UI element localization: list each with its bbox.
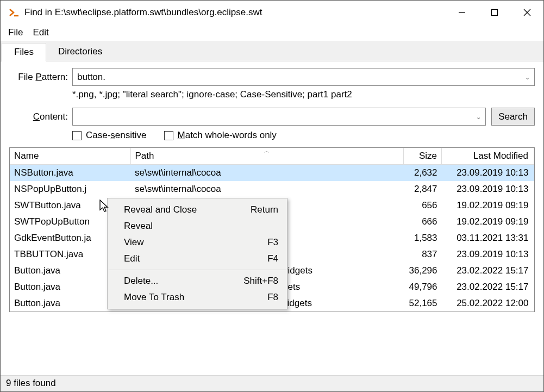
match-whole-words-checkbox[interactable]: Match whole-words only <box>164 130 277 141</box>
accel-text: F3 <box>267 237 278 248</box>
menu-move-to-trash[interactable]: Move To Trash F8 <box>108 289 287 306</box>
case-sensitive-label: Case-sensitive <box>86 130 147 141</box>
sort-indicator-icon: ︿ <box>264 147 270 155</box>
cell-path: se\swt\internal\cocoa <box>130 181 404 197</box>
tab-strip: Files Directories <box>1 41 543 61</box>
maximize-button[interactable] <box>478 1 511 24</box>
column-name[interactable]: Name <box>10 148 130 165</box>
cell-size: 36,296 <box>404 263 442 279</box>
file-pattern-hint: *.png, *.jpg; "literal search"; ignore-c… <box>9 89 535 100</box>
cell-size: 2,847 <box>404 181 442 197</box>
menu-separator <box>109 270 286 270</box>
cell-path: se\swt\internal\cocoa <box>130 165 404 182</box>
status-bar: 9 files found <box>1 375 543 391</box>
cell-modified: 23.02.2022 15:17 <box>442 279 534 295</box>
tab-files[interactable]: Files <box>2 43 46 61</box>
close-button[interactable] <box>511 1 543 24</box>
cell-modified: 03.11.2021 13:31 <box>442 230 534 246</box>
cell-modified: 23.09.2019 10:13 <box>442 246 534 263</box>
cell-size: 2,632 <box>404 165 442 182</box>
menu-reveal-and-close[interactable]: Reveal and Close Return <box>108 202 287 218</box>
cell-size: 837 <box>404 246 442 263</box>
cell-modified: 19.02.2019 09:19 <box>442 214 534 230</box>
cell-modified: 23.09.2019 10:13 <box>442 181 534 197</box>
cell-size: 52,165 <box>404 295 442 312</box>
content-label: Content: <box>9 111 72 122</box>
cell-modified: 23.09.2019 10:13 <box>442 165 534 182</box>
accel-text: F8 <box>267 292 278 303</box>
table-row[interactable]: NSButton.javase\swt\internal\cocoa2,6322… <box>10 165 534 182</box>
cell-modified: 25.02.2022 12:00 <box>442 295 534 312</box>
column-size[interactable]: Size <box>404 148 442 165</box>
search-form: File Pattern: button. ⌄ *.png, *.jpg; "l… <box>1 61 543 147</box>
window-title: Find in E:\swt\eclipse.platform.swt\bund… <box>24 7 446 18</box>
accel-text: Shift+F8 <box>243 276 278 287</box>
minimize-button[interactable] <box>446 1 478 24</box>
app-icon <box>8 7 20 18</box>
chevron-down-icon[interactable]: ⌄ <box>476 113 481 120</box>
chevron-down-icon[interactable]: ⌄ <box>525 73 530 80</box>
match-whole-words-label: Match whole-words only <box>178 130 277 141</box>
title-bar: Find in E:\swt\eclipse.platform.swt\bund… <box>1 1 543 24</box>
accel-text: Return <box>251 204 278 215</box>
cell-name: NSButton.java <box>10 165 130 182</box>
table-header-row: Name Path ︿ Size Last Modified <box>10 148 534 165</box>
cell-size: 656 <box>404 197 442 214</box>
menu-view[interactable]: View F3 <box>108 234 287 251</box>
cell-modified: 19.02.2019 09:19 <box>442 197 534 214</box>
checkbox-icon <box>72 131 82 140</box>
cell-modified: 23.02.2022 15:17 <box>442 263 534 279</box>
content-input[interactable]: ⌄ <box>72 108 486 126</box>
tab-directories[interactable]: Directories <box>46 43 114 61</box>
accel-text: F4 <box>267 253 278 264</box>
column-modified[interactable]: Last Modified <box>442 148 534 165</box>
file-pattern-value: button. <box>77 72 105 83</box>
file-pattern-input[interactable]: button. ⌄ <box>72 68 535 86</box>
menu-reveal[interactable]: Reveal <box>108 218 287 234</box>
case-sensitive-checkbox[interactable]: Case-sensitive <box>72 130 147 141</box>
menu-edit-item[interactable]: Edit F4 <box>108 251 287 267</box>
cell-size: 1,583 <box>404 230 442 246</box>
table-row[interactable]: NSPopUpButton.jse\swt\internal\cocoa2,84… <box>10 181 534 197</box>
context-menu: Reveal and Close Return Reveal View F3 E… <box>107 198 287 309</box>
menu-file[interactable]: File <box>4 26 27 39</box>
svg-rect-2 <box>492 10 498 16</box>
menu-delete[interactable]: Delete... Shift+F8 <box>108 273 287 289</box>
menu-edit[interactable]: Edit <box>28 26 53 39</box>
menu-bar: File Edit <box>1 24 543 41</box>
cell-name: NSPopUpButton.j <box>10 181 130 197</box>
column-path[interactable]: Path ︿ <box>130 148 404 165</box>
file-pattern-label: File Pattern: <box>9 72 72 83</box>
checkbox-icon <box>164 131 173 140</box>
cell-size: 666 <box>404 214 442 230</box>
search-button[interactable]: Search <box>491 108 535 126</box>
cell-size: 49,796 <box>404 279 442 295</box>
